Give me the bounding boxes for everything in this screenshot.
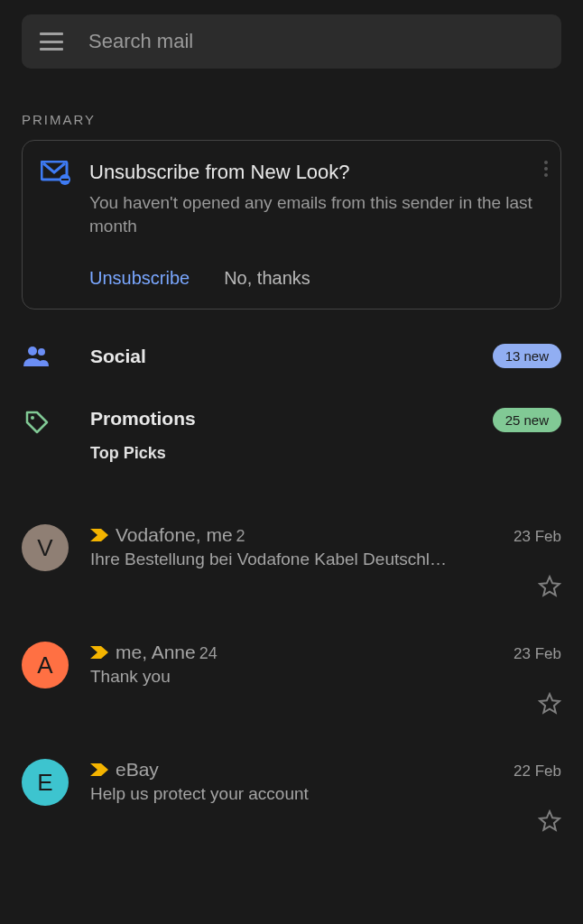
search-placeholder: Search mail xyxy=(88,30,193,53)
unsubscribe-card: Unsubscribe from New Look? You haven't o… xyxy=(22,140,561,310)
email-item[interactable]: V Vodafone, me 2 23 Feb Ihre Bestellung … xyxy=(0,506,583,602)
svg-point-5 xyxy=(31,416,34,420)
email-subject: Thank you xyxy=(90,667,561,687)
category-title: Promotions xyxy=(90,408,493,430)
category-title: Social xyxy=(90,346,493,367)
unsubscribe-button[interactable]: Unsubscribe xyxy=(89,268,190,289)
category-subtitle: Top Picks xyxy=(90,444,493,463)
no-thanks-button[interactable]: No, thanks xyxy=(224,268,310,289)
email-subject: Help us protect your account xyxy=(90,784,561,804)
more-icon[interactable] xyxy=(544,161,548,177)
card-body: You haven't opened any emails from this … xyxy=(89,191,542,237)
avatar[interactable]: A xyxy=(22,642,69,688)
menu-icon[interactable] xyxy=(40,32,63,51)
important-marker-icon[interactable] xyxy=(90,646,108,662)
email-item[interactable]: E eBay 22 Feb Help us protect your accou… xyxy=(0,741,583,836)
star-icon[interactable] xyxy=(538,692,561,719)
important-marker-icon[interactable] xyxy=(90,763,108,780)
category-social[interactable]: Social 13 new xyxy=(0,324,583,388)
tag-icon xyxy=(22,410,52,435)
email-sender: eBay xyxy=(116,759,159,781)
svg-point-3 xyxy=(28,346,37,356)
svg-point-4 xyxy=(38,348,45,356)
email-item[interactable]: A me, Anne 24 23 Feb Thank you xyxy=(0,624,583,719)
people-icon xyxy=(22,345,52,368)
star-icon[interactable] xyxy=(538,575,561,602)
card-title: Unsubscribe from New Look? xyxy=(89,161,542,184)
email-date: 23 Feb xyxy=(503,528,561,546)
svg-rect-2 xyxy=(61,179,69,180)
email-date: 23 Feb xyxy=(503,645,561,663)
email-count: 2 xyxy=(236,527,245,546)
email-sender: me, Anne xyxy=(116,642,196,663)
avatar[interactable]: E xyxy=(22,759,69,806)
star-icon[interactable] xyxy=(538,809,561,836)
search-bar[interactable]: Search mail xyxy=(22,14,561,69)
social-badge: 13 new xyxy=(493,344,561,368)
promotions-badge: 25 new xyxy=(493,408,561,432)
important-marker-icon[interactable] xyxy=(90,529,108,545)
unsubscribe-mail-icon xyxy=(41,161,71,189)
category-promotions[interactable]: Promotions Top Picks 25 new xyxy=(0,388,583,463)
avatar[interactable]: V xyxy=(22,524,69,571)
email-sender: Vodafone, me xyxy=(116,524,233,546)
email-subject: Ihre Bestellung bei Vodafone Kabel Deuts… xyxy=(90,550,561,569)
email-date: 22 Feb xyxy=(503,762,561,781)
section-label-primary: PRIMARY xyxy=(0,83,583,140)
email-count: 24 xyxy=(199,644,217,663)
